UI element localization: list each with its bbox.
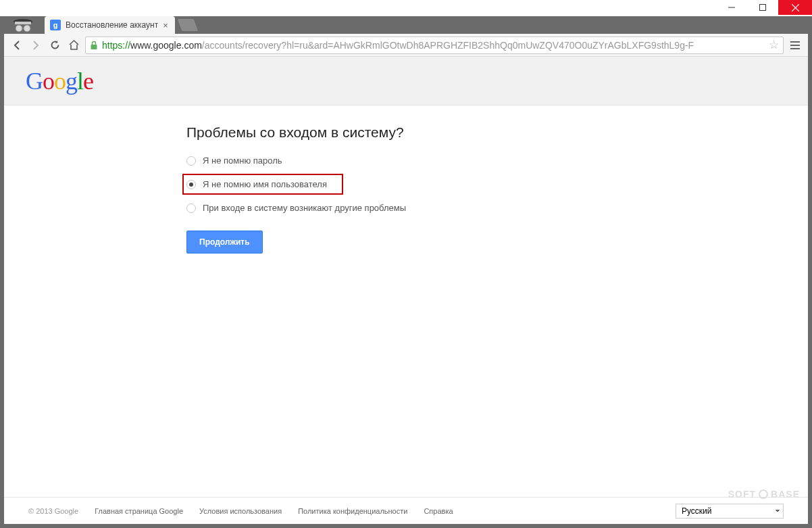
tab-favicon-icon: g — [50, 20, 61, 30]
maximize-button[interactable] — [747, 0, 778, 15]
reload-button[interactable] — [47, 38, 62, 53]
window-titlebar — [0, 0, 812, 16]
minimize-button[interactable] — [716, 0, 747, 15]
svg-rect-5 — [15, 22, 31, 24]
option-label: Я не помню пароль — [203, 155, 282, 166]
lock-icon — [90, 41, 98, 50]
svg-rect-9 — [91, 45, 97, 49]
footer-link-help[interactable]: Справка — [424, 507, 453, 515]
footer-link-terms[interactable]: Условия использования — [199, 507, 282, 515]
page-footer: © 2013 Google Главная страница Google Ус… — [4, 497, 808, 524]
radio-icon — [186, 156, 196, 166]
tab-title: Восстановление аккаунт — [66, 20, 158, 30]
footer-link-home[interactable]: Главная страница Google — [95, 507, 183, 515]
svg-point-6 — [16, 25, 22, 32]
radio-icon — [186, 180, 196, 189]
close-button[interactable] — [778, 0, 812, 15]
language-select[interactable]: Русский — [676, 504, 784, 519]
browser-tab[interactable]: g Восстановление аккаунт × — [45, 16, 175, 34]
option-forgot-password[interactable]: Я не помню пароль — [186, 155, 808, 166]
bookmark-star-icon[interactable]: ☆ — [769, 38, 779, 52]
tab-close-icon[interactable]: × — [163, 20, 168, 30]
browser-toolbar: https://www.google.com/accounts/recovery… — [4, 34, 808, 57]
url-text: https://www.google.com/accounts/recovery… — [102, 40, 765, 51]
google-logo: Google — [26, 67, 93, 95]
svg-rect-1 — [760, 5, 766, 11]
tab-strip: g Восстановление аккаунт × — [4, 16, 808, 34]
chrome-menu-button[interactable] — [788, 38, 803, 53]
option-forgot-username[interactable]: Я не помню имя пользователя — [182, 174, 343, 195]
back-button[interactable] — [9, 38, 24, 53]
incognito-icon — [11, 16, 35, 34]
option-label: При входе в систему возникают другие про… — [203, 203, 406, 213]
footer-copyright: © 2013 Google — [28, 507, 78, 515]
address-bar[interactable]: https://www.google.com/accounts/recovery… — [85, 37, 784, 54]
radio-icon — [186, 203, 196, 213]
page-header: Google — [4, 57, 808, 105]
page-title: Проблемы со входом в систему? — [186, 124, 808, 141]
option-other-problems[interactable]: При входе в систему возникают другие про… — [186, 203, 808, 213]
new-tab-button[interactable] — [178, 19, 199, 31]
footer-link-privacy[interactable]: Политика конфиденциальности — [298, 507, 407, 515]
main-content: Проблемы со входом в систему? Я не помню… — [4, 105, 808, 497]
continue-button[interactable]: Продолжить — [186, 231, 263, 254]
forward-button[interactable] — [28, 38, 43, 53]
svg-point-7 — [24, 25, 30, 32]
option-label: Я не помню имя пользователя — [203, 179, 327, 189]
home-button[interactable] — [66, 38, 81, 53]
